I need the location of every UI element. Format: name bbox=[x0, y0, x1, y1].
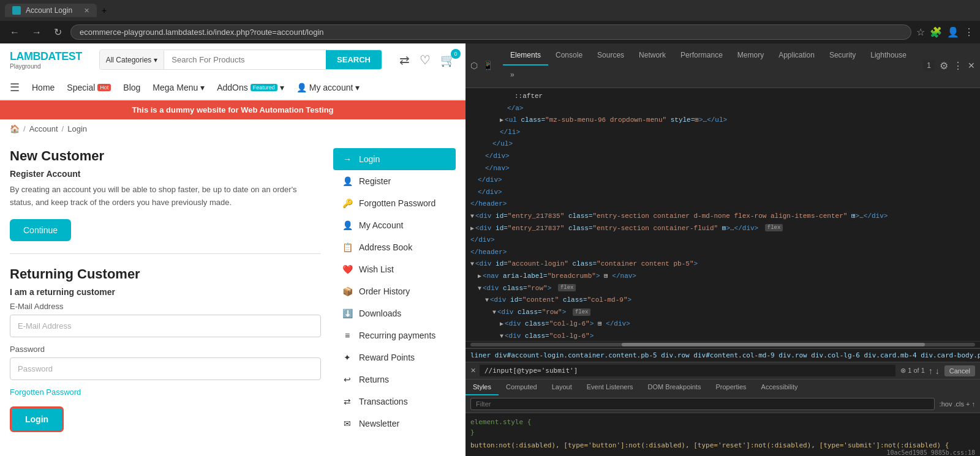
bottom-tab-accessibility[interactable]: Accessibility bbox=[754, 379, 805, 395]
sidebar-item-my-account[interactable]: 👤 My Account bbox=[333, 214, 456, 236]
devtools-scroll-bar[interactable] bbox=[466, 341, 980, 348]
main-layout: LAMBDATEST Playground All Categories ▾ S… bbox=[0, 43, 980, 456]
menu-icon[interactable]: ⋮ bbox=[964, 26, 974, 38]
sidebar-item-address-book[interactable]: 📋 Address Book bbox=[333, 236, 456, 258]
cancel-search-button[interactable]: Cancel bbox=[944, 365, 975, 376]
devtools-close-icon[interactable]: ✕ bbox=[968, 61, 975, 70]
search-button[interactable]: SEARCH bbox=[326, 50, 382, 69]
forgotten-password-icon: 🔑 bbox=[342, 198, 353, 208]
category-select[interactable]: All Categories ▾ bbox=[100, 51, 165, 69]
bc-row2[interactable]: div.row bbox=[778, 351, 807, 359]
bottom-tab-computed[interactable]: Computed bbox=[499, 379, 545, 395]
back-button[interactable]: ← bbox=[6, 26, 23, 39]
devtools-device-icon[interactable]: 📱 bbox=[483, 61, 493, 70]
devtools-tab-security[interactable]: Security bbox=[822, 46, 863, 65]
divider bbox=[10, 253, 321, 254]
nav-my-account[interactable]: 👤 My account ▾ bbox=[296, 83, 360, 92]
browser-tab[interactable]: Account Login ✕ bbox=[5, 4, 97, 17]
devtools-tab-more[interactable]: » bbox=[503, 65, 522, 85]
sidebar-item-register[interactable]: 👤 Register bbox=[333, 170, 456, 192]
sidebar-item-downloads[interactable]: ⬇️ Downloads bbox=[333, 302, 456, 324]
devtools-settings-icon[interactable]: ⚙ bbox=[940, 60, 948, 72]
code-line: ▶<nav aria-label="breadcrumb"> ⊞ </nav> bbox=[470, 271, 975, 283]
sidebar-item-recurring-payments[interactable]: ≡ Recurring payments bbox=[333, 324, 456, 346]
bottom-tab-properties[interactable]: Properties bbox=[708, 379, 753, 395]
wish-list-icon: ❤️ bbox=[342, 264, 353, 274]
bottom-tab-layout[interactable]: Layout bbox=[545, 379, 579, 395]
devtools-tab-memory[interactable]: Memory bbox=[730, 46, 771, 65]
bc-col-lg-6[interactable]: div.col-lg-6 bbox=[811, 351, 859, 359]
sidebar-label-register: Register bbox=[359, 176, 391, 186]
search-input[interactable] bbox=[164, 50, 326, 69]
devtools-tab-performance[interactable]: Performance bbox=[673, 46, 730, 65]
code-line: </header> bbox=[470, 198, 975, 211]
add-tab-button[interactable]: + bbox=[102, 6, 107, 15]
close-search-icon[interactable]: ✕ bbox=[470, 367, 476, 375]
nav-blog[interactable]: Blog bbox=[123, 83, 140, 92]
devtools-tab-lighthouse[interactable]: Lighthouse bbox=[863, 46, 914, 65]
bottom-tab-event-listeners[interactable]: Event Listeners bbox=[579, 379, 641, 395]
logo-sub: Playground bbox=[10, 63, 82, 70]
reload-button[interactable]: ↻ bbox=[50, 25, 66, 39]
tab-close-button[interactable]: ✕ bbox=[84, 7, 89, 15]
hover-cls-options[interactable]: :hov .cls + ↑ bbox=[940, 400, 975, 408]
sidebar-label-reward-points: Reward Points bbox=[359, 353, 415, 362]
bc-liner[interactable]: liner bbox=[470, 351, 491, 359]
home-icon[interactable]: 🏠 bbox=[10, 124, 20, 133]
devtools-tab-elements[interactable]: Elements bbox=[503, 46, 548, 65]
register-icon: 👤 bbox=[342, 176, 353, 186]
sidebar-item-returns[interactable]: ↩ Returns bbox=[333, 368, 456, 391]
prev-result-icon[interactable]: ↑ bbox=[929, 366, 933, 376]
breadcrumb-account[interactable]: Account bbox=[29, 124, 58, 133]
sidebar-label-returns: Returns bbox=[359, 375, 389, 384]
nav-home[interactable]: Home bbox=[32, 83, 55, 92]
hamburger-menu[interactable]: ☰ bbox=[10, 81, 20, 94]
star-icon[interactable]: ☆ bbox=[916, 26, 925, 38]
nav-addons[interactable]: AddOns Featured ▾ bbox=[217, 83, 284, 92]
password-label: Password bbox=[10, 345, 321, 354]
profile-icon[interactable]: 👤 bbox=[947, 26, 959, 38]
bc-div-row[interactable]: div.row bbox=[661, 351, 689, 359]
devtools-tab-sources[interactable]: Sources bbox=[590, 46, 631, 65]
nav-mega-menu[interactable]: Mega Menu ▾ bbox=[153, 83, 205, 92]
login-button[interactable]: Login bbox=[10, 406, 64, 432]
code-line: ::after bbox=[470, 91, 975, 103]
password-input[interactable] bbox=[10, 357, 321, 380]
bottom-tab-styles[interactable]: Styles bbox=[466, 379, 499, 395]
devtools-tab-application[interactable]: Application bbox=[771, 46, 822, 65]
code-line: </div> bbox=[470, 234, 975, 247]
nav-special[interactable]: Special Hot bbox=[67, 83, 111, 92]
exchange-icon[interactable]: ⇄ bbox=[399, 53, 410, 67]
sidebar-item-reward-points[interactable]: ✦ Reward Points bbox=[333, 346, 456, 368]
bc-content[interactable]: div#content.col-md-9 bbox=[693, 351, 774, 359]
sidebar-item-wish-list[interactable]: ❤️ Wish List bbox=[333, 258, 456, 280]
sidebar-item-newsletter[interactable]: ✉ Newsletter bbox=[333, 413, 456, 435]
bc-card-body[interactable]: div.card-body.p-4 bbox=[921, 351, 980, 359]
forward-button[interactable]: → bbox=[28, 26, 45, 39]
continue-button[interactable]: Continue bbox=[10, 219, 71, 241]
styles-filter-input[interactable] bbox=[470, 398, 935, 410]
sidebar-label-login: Login bbox=[359, 154, 380, 164]
email-input[interactable] bbox=[10, 315, 321, 337]
code-line: </li> bbox=[470, 127, 975, 139]
devtools-more-icon[interactable]: ⋮ bbox=[953, 60, 963, 72]
address-bar[interactable]: ecommerce-playground.lambdatest.io/index… bbox=[70, 24, 911, 40]
sidebar-item-forgotten-password[interactable]: 🔑 Forgotten Password bbox=[333, 192, 456, 214]
next-result-icon[interactable]: ↓ bbox=[935, 366, 940, 376]
nav-bar: ☰ Home Special Hot Blog Mega Menu ▾ AddO… bbox=[0, 76, 466, 100]
wishlist-icon[interactable]: ♡ bbox=[420, 53, 431, 67]
forgotten-password-link[interactable]: Forgotten Password bbox=[10, 387, 321, 397]
extensions-icon[interactable]: 🧩 bbox=[930, 26, 942, 38]
code-line: ▼<div id="account-login" class="containe… bbox=[470, 258, 975, 271]
bottom-tab-dom-breakpoints[interactable]: DOM Breakpoints bbox=[641, 379, 709, 395]
devtools-inspect-icon[interactable]: ⬡ bbox=[470, 61, 478, 70]
devtools-tab-console[interactable]: Console bbox=[548, 46, 590, 65]
sidebar-item-order-history[interactable]: 📦 Order History bbox=[333, 280, 456, 302]
devtools-tab-network[interactable]: Network bbox=[631, 46, 673, 65]
xpath-input[interactable] bbox=[480, 365, 895, 376]
bc-card[interactable]: div.card.mb-4 bbox=[864, 351, 916, 359]
sidebar-item-login[interactable]: → Login bbox=[333, 148, 456, 170]
cart-icon-wrapper[interactable]: 🛒 0 bbox=[440, 53, 456, 67]
sidebar-item-transactions[interactable]: ⇄ Transactions bbox=[333, 391, 456, 413]
bc-account-login[interactable]: div#account-login.container.content.pb-5 bbox=[495, 351, 657, 359]
